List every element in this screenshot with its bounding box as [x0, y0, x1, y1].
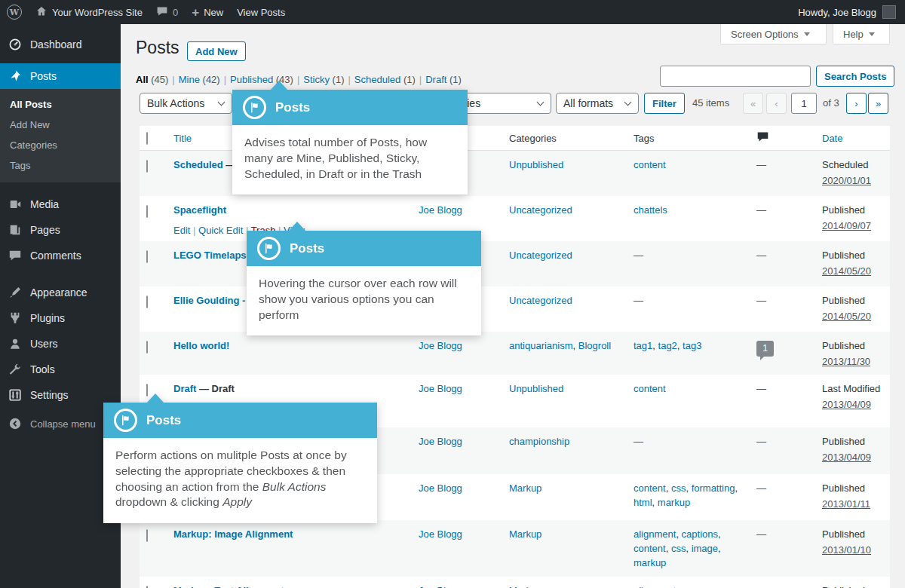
- category-link[interactable]: Uncategorized: [509, 295, 572, 306]
- submenu-item-categories[interactable]: Categories: [0, 135, 121, 155]
- tag-link[interactable]: formatting: [692, 482, 735, 494]
- view-filter-mine[interactable]: Mine (42): [179, 74, 220, 85]
- tag-link[interactable]: css: [671, 543, 686, 554]
- add-new-button[interactable]: Add New: [187, 41, 246, 61]
- author-link[interactable]: Joe Blogg: [419, 383, 462, 394]
- post-title-link[interactable]: Spaceflight: [173, 204, 226, 216]
- row-checkbox[interactable]: [146, 529, 148, 542]
- view-filter-draft[interactable]: Draft (1): [425, 74, 462, 85]
- search-posts-button[interactable]: Search Posts: [816, 66, 894, 87]
- category-link[interactable]: Markup: [509, 482, 541, 494]
- post-date[interactable]: 2014/05/20: [822, 310, 871, 324]
- view-filter-all[interactable]: All (45): [136, 74, 168, 85]
- tag-link[interactable]: content: [634, 543, 666, 554]
- tag-link[interactable]: tag1: [634, 340, 652, 351]
- sidebar-item-collapse-menu[interactable]: Collapse menu: [0, 411, 121, 436]
- pagination-next-button[interactable]: ›: [846, 93, 867, 114]
- post-date[interactable]: 2013/04/09: [822, 398, 871, 412]
- site-name-link[interactable]: Your WordPress Site: [29, 0, 149, 24]
- admin-bar-comments-link[interactable]: 0: [149, 0, 185, 24]
- tag-link[interactable]: content: [634, 482, 666, 494]
- post-title-link[interactable]: Markup: Image Alignment: [173, 528, 293, 540]
- all-formats-select[interactable]: All formats: [556, 93, 639, 114]
- new-button[interactable]: + New: [185, 0, 230, 24]
- category-link[interactable]: Markup: [509, 528, 541, 540]
- row-checkbox[interactable]: [146, 250, 148, 263]
- search-input[interactable]: [660, 66, 811, 87]
- sidebar-item-settings[interactable]: Settings: [0, 382, 121, 408]
- select-all-checkbox[interactable]: [146, 132, 148, 145]
- pagination-last-button[interactable]: »: [868, 93, 888, 114]
- row-checkbox[interactable]: [146, 296, 148, 308]
- tag-link[interactable]: image: [692, 543, 718, 554]
- author-link[interactable]: Joe Blogg: [419, 204, 462, 216]
- tag-link[interactable]: captions: [682, 528, 718, 540]
- category-link[interactable]: Unpublished: [509, 383, 563, 394]
- category-link[interactable]: antiquarianism: [509, 340, 573, 351]
- tag-link[interactable]: html: [634, 497, 652, 508]
- tag-link[interactable]: markup: [634, 557, 666, 568]
- sidebar-item-dashboard[interactable]: Dashboard: [0, 32, 121, 57]
- sidebar-item-comments[interactable]: Comments: [0, 243, 121, 268]
- column-date[interactable]: Date: [822, 133, 890, 144]
- author-link[interactable]: Joe Blogg: [419, 528, 462, 540]
- post-date[interactable]: 2013/01/11: [822, 498, 870, 512]
- tag-link[interactable]: content: [634, 383, 666, 394]
- post-title-link[interactable]: Hello world!: [173, 340, 229, 351]
- post-date[interactable]: 2014/05/20: [822, 265, 871, 279]
- post-title-link[interactable]: Draft: [173, 383, 196, 394]
- author-link[interactable]: Joe Blogg: [419, 482, 462, 494]
- tag-link[interactable]: markup: [658, 497, 690, 508]
- category-link[interactable]: Unpublished: [509, 159, 563, 170]
- current-page-input[interactable]: [791, 93, 817, 114]
- tag-link[interactable]: tag3: [683, 340, 701, 351]
- post-date[interactable]: 2013/04/09: [822, 451, 871, 465]
- tag-link[interactable]: tag2: [658, 340, 677, 351]
- tag-link[interactable]: alignment: [634, 585, 676, 588]
- row-action-quick-edit[interactable]: Quick Edit: [198, 225, 243, 236]
- author-link[interactable]: Joe Blogg: [419, 436, 462, 447]
- sidebar-item-users[interactable]: Users: [0, 331, 121, 357]
- sidebar-item-pages[interactable]: Pages: [0, 217, 121, 243]
- post-title-link[interactable]: Markup: Text Alignment: [173, 585, 284, 588]
- category-link[interactable]: championship: [509, 436, 569, 447]
- post-title-link[interactable]: Scheduled: [173, 159, 223, 170]
- tag-link[interactable]: css: [671, 482, 686, 494]
- category-link[interactable]: Markup: [509, 585, 541, 588]
- post-date[interactable]: 2020/01/01: [822, 174, 871, 188]
- row-checkbox[interactable]: [146, 205, 148, 218]
- wordpress-menu-button[interactable]: W: [0, 0, 29, 24]
- category-link[interactable]: Blogroll: [578, 340, 611, 351]
- category-link[interactable]: Uncategorized: [509, 204, 572, 216]
- submenu-item-tags[interactable]: Tags: [0, 155, 121, 176]
- sidebar-item-appearance[interactable]: Appearance: [0, 280, 121, 305]
- account-menu[interactable]: Howdy, Joe Blogg: [798, 5, 905, 19]
- post-date[interactable]: 2014/09/07: [822, 219, 871, 234]
- row-checkbox[interactable]: [146, 160, 148, 173]
- submenu-item-all-posts[interactable]: All Posts: [0, 94, 121, 115]
- author-link[interactable]: Joe Blogg: [419, 585, 462, 588]
- sidebar-item-posts[interactable]: Posts: [0, 63, 121, 89]
- post-title-link[interactable]: LEGO Timelapse: [173, 250, 252, 261]
- view-posts-link[interactable]: View Posts: [230, 0, 292, 24]
- row-action-edit[interactable]: Edit: [173, 225, 190, 236]
- help-button[interactable]: Help: [833, 24, 890, 44]
- tag-link[interactable]: chattels: [634, 204, 667, 216]
- post-title-link[interactable]: Ellie Goulding -: [173, 295, 245, 306]
- post-date[interactable]: 2013/11/30: [822, 355, 870, 369]
- sidebar-item-plugins[interactable]: Plugins: [0, 305, 121, 331]
- submenu-item-add-new[interactable]: Add New: [0, 115, 121, 135]
- row-checkbox[interactable]: [146, 341, 148, 354]
- post-date[interactable]: 2013/01/10: [822, 544, 871, 558]
- filter-button[interactable]: Filter: [644, 93, 685, 114]
- view-filter-scheduled[interactable]: Scheduled (1): [354, 74, 416, 85]
- tag-link[interactable]: alignment: [634, 528, 676, 540]
- sidebar-item-media[interactable]: Media: [0, 191, 121, 217]
- comment-count-badge[interactable]: 1: [756, 341, 774, 357]
- category-link[interactable]: Uncategorized: [509, 250, 572, 261]
- screen-options-button[interactable]: Screen Options: [720, 24, 827, 44]
- view-filter-sticky[interactable]: Sticky (1): [303, 74, 344, 85]
- sidebar-item-tools[interactable]: Tools: [0, 357, 121, 382]
- author-link[interactable]: Joe Blogg: [419, 340, 462, 351]
- tag-link[interactable]: content: [634, 159, 666, 170]
